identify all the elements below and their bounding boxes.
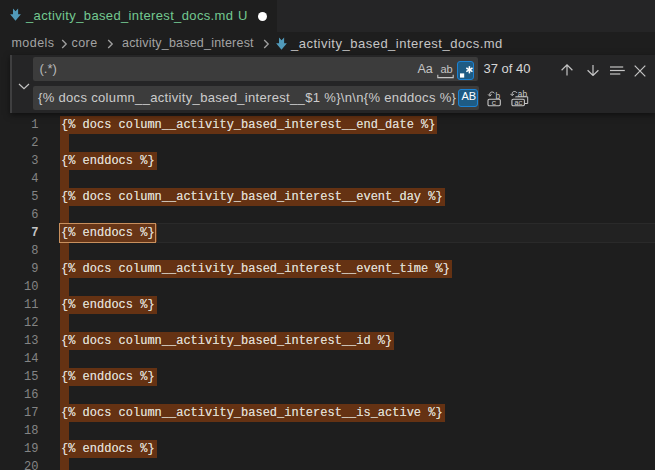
svg-text:c: c	[491, 98, 496, 107]
svg-text:ac: ac	[514, 99, 522, 107]
